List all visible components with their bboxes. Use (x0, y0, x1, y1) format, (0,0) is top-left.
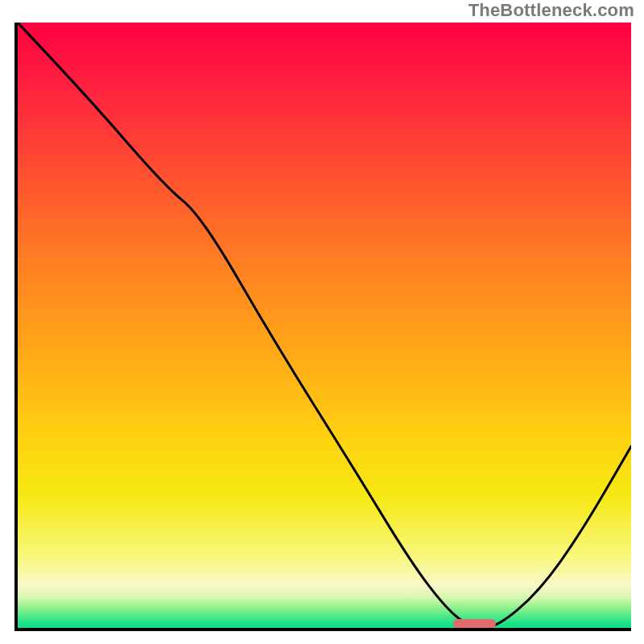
watermark-text: TheBottleneck.com (469, 0, 634, 21)
gradient-background (18, 23, 631, 628)
optimal-marker (453, 619, 496, 628)
plot-area (14, 23, 631, 631)
chart-frame: TheBottleneck.com (0, 0, 644, 644)
